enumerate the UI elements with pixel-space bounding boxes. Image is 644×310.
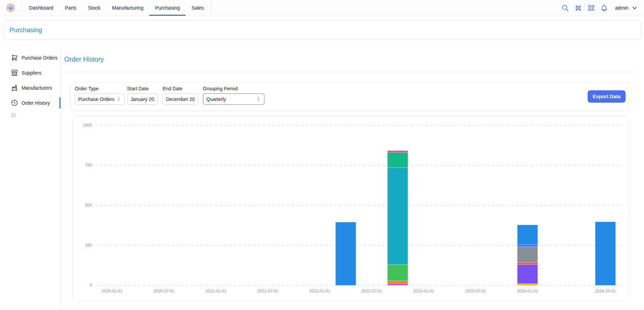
chart-bar-segment[interactable] bbox=[335, 222, 356, 285]
sidebar-label: Manufacturers bbox=[22, 85, 52, 91]
chart-plot: 025050075010002020-01-012020-07-012021-0… bbox=[73, 116, 629, 301]
x-axis-tick-label: 2023-01-01 bbox=[413, 289, 434, 294]
x-axis-tick-label: 2024-10-01 bbox=[595, 289, 616, 294]
sidebar: Purchase Orders Suppliers Manufacturers bbox=[4, 46, 60, 308]
start-date-value: January 2020 bbox=[131, 96, 154, 102]
username-label: admin bbox=[615, 5, 629, 11]
x-axis-tick-label: 2022-01-01 bbox=[309, 289, 330, 294]
y-axis-tick-label: 500 bbox=[73, 203, 92, 208]
qrcode-scan-icon[interactable] bbox=[587, 4, 595, 12]
tab-purchasing[interactable]: Purchasing bbox=[149, 0, 186, 16]
chart-bar-segment[interactable] bbox=[387, 168, 408, 264]
chart-bar-segment[interactable] bbox=[387, 284, 408, 285]
history-icon bbox=[11, 99, 18, 106]
grouping-period-value: Quarterly bbox=[206, 96, 256, 102]
chart-gridline bbox=[95, 205, 622, 206]
end-date-label: End Date bbox=[163, 86, 198, 91]
bell-icon[interactable] bbox=[600, 4, 608, 12]
start-date-input[interactable]: January 2020 bbox=[127, 93, 158, 105]
y-axis-tick-label: 0 bbox=[73, 283, 92, 288]
chart-bar-segment[interactable] bbox=[595, 222, 616, 285]
top-header: Dashboard Parts Stock Manufacturing Purc… bbox=[0, 0, 644, 16]
header-actions: admin bbox=[561, 0, 644, 16]
tab-sales[interactable]: Sales bbox=[186, 0, 209, 16]
chart-gridline bbox=[95, 285, 622, 286]
x-axis-tick-label: 2020-07-01 bbox=[153, 289, 174, 294]
sidebar-label: Purchase Orders bbox=[22, 55, 58, 61]
tab-stock[interactable]: Stock bbox=[82, 0, 106, 16]
chevron-down-icon bbox=[631, 5, 638, 11]
chart-bar-segment[interactable] bbox=[517, 284, 538, 285]
export-data-button[interactable]: Export Data bbox=[588, 90, 626, 103]
sidebar-item-manufacturers[interactable]: Manufacturers bbox=[4, 81, 60, 94]
inventree-logo-icon[interactable] bbox=[6, 3, 15, 13]
end-date-field: End Date December 2024 bbox=[163, 86, 198, 105]
order-type-label: Order Type bbox=[75, 86, 125, 91]
chart-bar-segment[interactable] bbox=[517, 264, 538, 284]
sidebar-item-suppliers[interactable]: Suppliers bbox=[4, 66, 60, 79]
user-menu[interactable]: admin bbox=[615, 5, 638, 11]
tab-dashboard[interactable]: Dashboard bbox=[23, 0, 59, 16]
order-type-select[interactable]: Purchase Orders bbox=[75, 93, 125, 105]
order-type-field: Order Type Purchase Orders bbox=[75, 86, 125, 105]
grouping-period-label: Grouping Period bbox=[203, 86, 264, 91]
y-axis-tick-label: 1000 bbox=[73, 122, 92, 128]
order-history-chart-card: 025050075010002020-01-012020-07-012021-0… bbox=[72, 116, 629, 301]
tab-manufacturing[interactable]: Manufacturing bbox=[106, 0, 149, 16]
x-axis-tick-label: 2020-01-01 bbox=[101, 289, 122, 294]
filter-card: Order Type Purchase Orders Start Date Ja… bbox=[70, 82, 629, 111]
sidebar-label: Order History bbox=[22, 100, 50, 106]
breadcrumb-purchasing[interactable]: Purchasing bbox=[10, 26, 42, 34]
x-axis-tick-label: 2021-01-01 bbox=[205, 289, 226, 294]
chart-bar-segment[interactable] bbox=[517, 262, 538, 264]
chart-bar-segment[interactable] bbox=[517, 225, 538, 245]
chart-bar-segment[interactable] bbox=[387, 152, 408, 168]
start-date-field: Start Date January 2020 bbox=[127, 86, 158, 105]
chart-bar-segment[interactable] bbox=[387, 151, 408, 152]
chart-gridline bbox=[95, 245, 622, 246]
x-axis-tick-label: 2023-07-01 bbox=[465, 289, 486, 294]
sidebar-item-order-history[interactable]: Order History bbox=[4, 96, 60, 109]
chart-gridline bbox=[95, 125, 622, 126]
sidebar-label: Suppliers bbox=[22, 70, 41, 76]
y-axis-tick-label: 250 bbox=[73, 243, 92, 248]
search-icon[interactable] bbox=[561, 4, 569, 12]
main-nav-tabs: Dashboard Parts Stock Manufacturing Purc… bbox=[22, 0, 211, 16]
active-item-indicator bbox=[59, 97, 60, 108]
tab-parts[interactable]: Parts bbox=[59, 0, 82, 16]
chart-bar-segment[interactable] bbox=[517, 245, 538, 247]
sidebar-collapse-icon[interactable] bbox=[11, 113, 17, 118]
selector-icon bbox=[256, 96, 261, 102]
chart-gridline bbox=[95, 165, 622, 166]
chart-bar-segment[interactable] bbox=[387, 281, 408, 284]
title-divider bbox=[64, 72, 634, 72]
y-axis-tick-label: 750 bbox=[73, 163, 92, 168]
shopping-cart-icon bbox=[11, 54, 18, 61]
building-store-icon bbox=[11, 69, 18, 76]
chart-bar-segment[interactable] bbox=[387, 264, 408, 281]
chart-bar-segment[interactable] bbox=[517, 247, 538, 262]
sidebar-item-purchase-orders[interactable]: Purchase Orders bbox=[4, 51, 60, 64]
order-type-value: Purchase Orders bbox=[78, 96, 116, 102]
x-axis-tick-label: 2021-07-01 bbox=[257, 289, 278, 294]
start-date-label: Start Date bbox=[127, 86, 158, 91]
page-title: Order History bbox=[64, 55, 104, 63]
factory-icon bbox=[11, 84, 18, 91]
x-axis-tick-label: 2022-07-01 bbox=[361, 289, 382, 294]
end-date-input[interactable]: December 2024 bbox=[163, 93, 198, 105]
breadcrumb-panel: Purchasing bbox=[3, 20, 641, 40]
grouping-period-select[interactable]: Quarterly bbox=[203, 93, 264, 105]
end-date-value: December 2024 bbox=[166, 96, 195, 102]
grouping-period-field: Grouping Period Quarterly bbox=[203, 86, 264, 105]
selector-icon bbox=[116, 96, 121, 102]
x-axis-tick-label: 2024-01-01 bbox=[517, 289, 538, 294]
command-icon[interactable] bbox=[574, 4, 582, 12]
